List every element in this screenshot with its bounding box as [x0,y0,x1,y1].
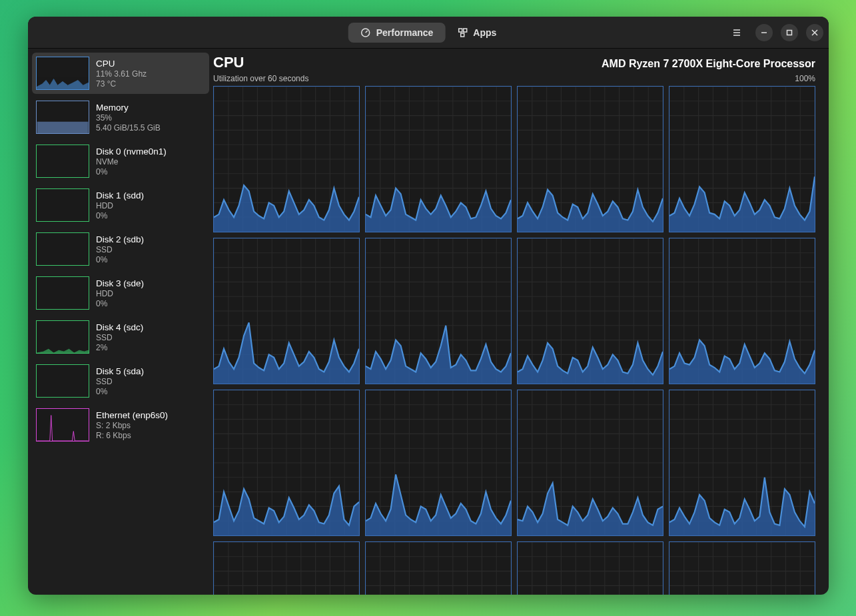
sidebar-item-title: Disk 1 (sdd) [96,190,144,200]
sidebar-item-line1: SSD [96,333,143,342]
thumbnail-chart [36,101,89,134]
svg-rect-3 [460,33,464,37]
main-header: CPU AMD Ryzen 7 2700X Eight-Core Process… [213,54,815,71]
core-chart-1 [365,86,512,232]
core-chart-0 [213,86,360,232]
sidebar-item-line2: 2% [96,343,143,352]
core-chart-13 [365,541,512,595]
thumbnail-chart [36,408,89,442]
chart-header: Utilization over 60 seconds 100% [213,74,815,83]
svg-rect-5 [37,122,89,133]
chart-label-left: Utilization over 60 seconds [213,74,308,83]
thumbnail-chart [36,364,89,398]
thumbnail-chart [36,232,89,266]
sidebar-item-cpu[interactable]: CPU11% 3.61 Ghz73 °C [32,53,209,94]
core-chart-3 [669,86,815,232]
sidebar-item-line1: SSD [96,245,144,254]
sidebar-item-line2: 0% [96,299,144,308]
sidebar-item-line2: R: 6 Kbps [96,431,168,440]
sidebar-item-disk-1-sdd-[interactable]: Disk 1 (sdd)HDD0% [32,184,209,226]
core-chart-8 [213,390,360,536]
sidebar-item-line2: 0% [96,255,144,264]
sidebar-item-title: Memory [96,103,161,113]
close-button[interactable] [806,24,823,41]
main-panel: CPU AMD Ryzen 7 2700X Eight-Core Process… [213,49,829,595]
sidebar[interactable]: CPU11% 3.61 Ghz73 °CMemory35%5.40 GiB/15… [28,49,213,595]
sidebar-item-line2: 0% [96,387,144,396]
sidebar-item-title: Ethernet (enp6s0) [96,410,168,420]
maximize-button[interactable] [781,24,798,41]
sidebar-item-disk-4-sdc-[interactable]: Disk 4 (sdc)SSD2% [32,316,209,358]
core-chart-9 [365,390,512,536]
app-window: Performance Apps CPU11% [28,17,829,595]
core-chart-6 [517,238,663,384]
sidebar-item-line2: 5.40 GiB/15.5 GiB [96,123,161,133]
tab-label: Performance [376,27,434,38]
sidebar-item-title: Disk 5 (sda) [96,366,144,376]
titlebar: Performance Apps [28,17,829,49]
core-chart-14 [517,541,663,595]
thumbnail-chart [36,276,89,310]
core-chart-2 [517,86,663,232]
sidebar-item-line2: 0% [96,167,167,176]
thumbnail-chart [36,145,89,178]
sidebar-item-disk-0-nvme0n1-[interactable]: Disk 0 (nvme0n1)NVMe0% [32,141,209,182]
sidebar-item-line1: HDD [96,201,144,210]
sidebar-item-memory[interactable]: Memory35%5.40 GiB/15.5 GiB [32,97,209,138]
core-chart-7 [669,238,815,384]
tab-label: Apps [473,27,496,38]
sidebar-item-ethernet-enp6s0-[interactable]: Ethernet (enp6s0)S: 2 KbpsR: 6 Kbps [32,404,209,446]
minimize-button[interactable] [755,24,773,41]
apps-icon [457,27,468,38]
chart-label-right: 100% [795,74,815,83]
sidebar-item-disk-5-sda-[interactable]: Disk 5 (sda)SSD0% [32,360,209,402]
tab-switcher: Performance Apps [348,23,509,43]
sidebar-item-line1: HDD [96,289,144,298]
sidebar-item-disk-2-sdb-[interactable]: Disk 2 (sdb)SSD0% [32,228,209,270]
sidebar-item-line1: 35% [96,113,161,123]
thumbnail-chart [36,188,89,222]
core-chart-11 [669,390,815,536]
sidebar-item-title: CPU [96,59,147,69]
sidebar-item-line1: SSD [96,377,144,386]
content: CPU11% 3.61 Ghz73 °CMemory35%5.40 GiB/15… [28,49,829,595]
sidebar-item-title: Disk 4 (sdc) [96,322,143,332]
core-chart-4 [213,238,360,384]
svg-rect-1 [458,29,462,32]
core-chart-12 [213,541,360,595]
svg-rect-2 [463,29,466,32]
core-chart-10 [517,390,663,536]
sidebar-item-title: Disk 2 (sdb) [96,234,144,244]
menu-button[interactable] [726,22,747,43]
tab-performance[interactable]: Performance [348,23,446,43]
core-grid [213,86,815,595]
gauge-icon [360,27,371,38]
sidebar-item-title: Disk 3 (sde) [96,278,144,288]
page-title: CPU [213,54,244,71]
sidebar-item-disk-3-sde-[interactable]: Disk 3 (sde)HDD0% [32,272,209,314]
sidebar-item-line2: 73 °C [96,79,147,89]
sidebar-item-line1: 11% 3.61 Ghz [96,69,147,79]
sidebar-item-line2: 0% [96,211,144,220]
tab-apps[interactable]: Apps [445,23,508,43]
svg-rect-4 [787,30,792,35]
sidebar-item-line1: NVMe [96,157,167,166]
sidebar-item-line1: S: 2 Kbps [96,421,168,430]
cpu-model: AMD Ryzen 7 2700X Eight-Core Processor [602,58,815,70]
sidebar-item-title: Disk 0 (nvme0n1) [96,147,167,156]
thumbnail-chart [36,320,89,354]
window-controls [726,22,823,43]
core-chart-5 [365,238,512,384]
thumbnail-chart [36,57,89,90]
core-chart-15 [669,541,815,595]
